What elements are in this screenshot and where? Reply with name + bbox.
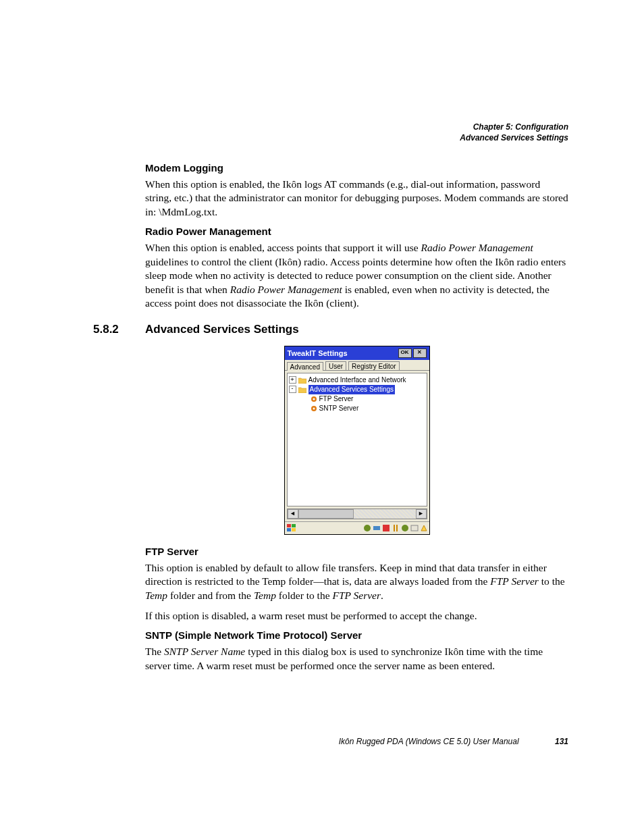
svg-rect-7 xyxy=(292,528,296,531)
start-icon[interactable] xyxy=(286,523,297,533)
tray-icon[interactable] xyxy=(420,524,428,532)
expand-icon[interactable]: + xyxy=(289,376,296,384)
footer: Ikôn Rugged PDA (Windows CE 5.0) User Ma… xyxy=(0,737,568,746)
tree-node-services[interactable]: - Advanced Services Settings xyxy=(289,385,425,394)
tray-icon[interactable] xyxy=(392,524,400,532)
heading-modem-logging: Modem Logging xyxy=(145,162,568,174)
tree-leaf-sntp[interactable]: SNTP Server xyxy=(289,404,425,413)
tree-node-network[interactable]: + Advanced Interface and Network xyxy=(289,375,425,385)
svg-point-3 xyxy=(313,407,315,409)
tray-icon[interactable] xyxy=(382,524,390,532)
tab-registry-editor[interactable]: Registry Editor xyxy=(348,361,400,370)
collapse-icon[interactable]: - xyxy=(289,386,296,393)
tray-icon[interactable] xyxy=(410,524,419,532)
footer-title: Ikôn Rugged PDA (Windows CE 5.0) User Ma… xyxy=(339,737,519,746)
header-chapter: Chapter 5: Configuration xyxy=(460,122,568,132)
content: Modem Logging When this option is enable… xyxy=(145,157,568,679)
svg-point-8 xyxy=(364,525,371,531)
svg-rect-4 xyxy=(287,524,291,527)
tab-bar: Advanced User Registry Editor xyxy=(285,360,429,371)
close-button[interactable]: ✕ xyxy=(413,348,427,358)
folder-icon xyxy=(298,377,306,384)
scroll-track[interactable] xyxy=(354,509,416,519)
svg-point-1 xyxy=(313,398,315,400)
svg-rect-11 xyxy=(394,525,395,531)
taskbar xyxy=(285,521,429,534)
window-title: TweakIT Settings xyxy=(288,349,348,357)
scroll-thumb[interactable] xyxy=(298,509,354,519)
gear-icon xyxy=(311,405,317,412)
paragraph-ftp-2: If this option is disabled, a warm reset… xyxy=(145,609,568,623)
running-header: Chapter 5: Configuration Advanced Servic… xyxy=(460,122,568,143)
section-heading-row: 5.8.2 Advanced Services Settings xyxy=(145,323,568,336)
gear-icon xyxy=(311,396,317,402)
svg-rect-9 xyxy=(373,526,380,530)
tree-label: Advanced Interface and Network xyxy=(308,375,406,385)
svg-rect-5 xyxy=(292,524,296,527)
heading-sntp: SNTP (Simple Network Time Protocol) Serv… xyxy=(145,629,568,641)
tray-icon[interactable] xyxy=(363,524,371,532)
scroll-left-button[interactable]: ◄ xyxy=(288,509,298,519)
tree-label-selected: Advanced Services Settings xyxy=(308,385,396,394)
system-tray xyxy=(363,524,428,532)
paragraph-modem: When this option is enabled, the Ikôn lo… xyxy=(145,178,568,219)
tree-label: SNTP Server xyxy=(319,404,359,413)
section-number: 5.8.2 xyxy=(93,323,119,336)
svg-rect-10 xyxy=(383,525,390,531)
header-section: Advanced Services Settings xyxy=(460,132,568,143)
paragraph-radio: When this option is enabled, access poin… xyxy=(145,241,568,310)
scroll-right-button[interactable]: ► xyxy=(416,509,427,519)
svg-point-13 xyxy=(402,525,408,531)
window: TweakIT Settings OK ✕ Advanced User Regi… xyxy=(284,346,430,535)
ok-button[interactable]: OK xyxy=(398,348,412,358)
heading-ftp-server: FTP Server xyxy=(145,546,568,557)
paragraph-sntp: The SNTP Server Name typed in this dialo… xyxy=(145,645,568,673)
tray-icon[interactable] xyxy=(401,524,409,532)
tray-icon[interactable] xyxy=(373,524,381,532)
screenshot: TweakIT Settings OK ✕ Advanced User Regi… xyxy=(145,346,568,535)
horizontal-scrollbar[interactable]: ◄ ► xyxy=(287,509,427,519)
paragraph-ftp-1: This option is enabled by default to all… xyxy=(145,561,568,602)
tree-leaf-ftp[interactable]: FTP Server xyxy=(289,394,425,404)
svg-rect-6 xyxy=(287,528,291,531)
window-titlebar: TweakIT Settings OK ✕ xyxy=(285,346,429,360)
tab-user[interactable]: User xyxy=(325,361,346,370)
folder-open-icon xyxy=(298,386,306,393)
page: Chapter 5: Configuration Advanced Servic… xyxy=(0,0,644,834)
tree-label: FTP Server xyxy=(319,394,354,404)
heading-radio-power: Radio Power Management xyxy=(145,226,568,237)
svg-rect-12 xyxy=(396,525,398,531)
svg-rect-14 xyxy=(411,525,418,531)
section-title: Advanced Services Settings xyxy=(145,323,568,336)
page-number: 131 xyxy=(555,737,568,746)
tree-view[interactable]: + Advanced Interface and Network - Advan… xyxy=(287,373,427,506)
tab-advanced[interactable]: Advanced xyxy=(287,362,323,371)
